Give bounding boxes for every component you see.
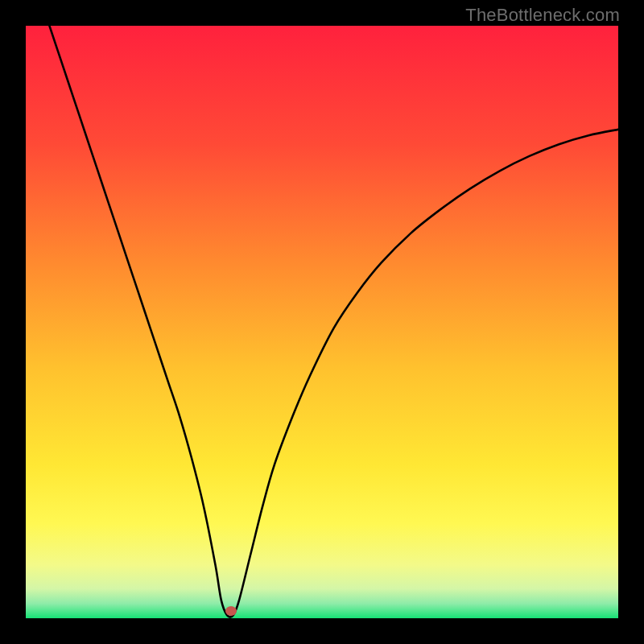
bottleneck-curve [49, 26, 618, 617]
chart-frame: TheBottleneck.com [0, 0, 644, 644]
plot-area [26, 26, 618, 618]
curve-layer [26, 26, 618, 618]
watermark-text: TheBottleneck.com [465, 5, 620, 26]
optimal-point-marker [225, 606, 237, 616]
